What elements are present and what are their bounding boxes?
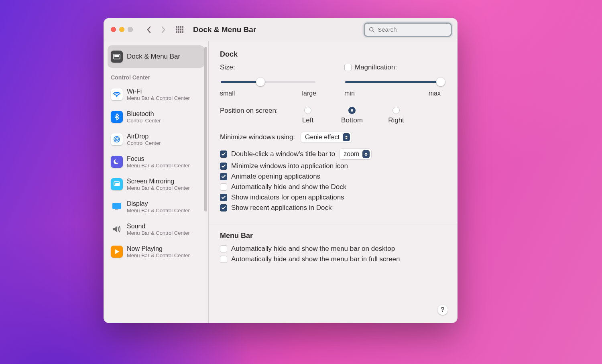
- svg-rect-3: [114, 55, 119, 57]
- search-input[interactable]: [378, 26, 447, 33]
- search-field[interactable]: [364, 22, 452, 37]
- position-radio-label: Left: [302, 116, 313, 124]
- magnification-min-label: min: [344, 90, 355, 97]
- position-radio-left[interactable]: [304, 107, 311, 114]
- search-icon: [369, 26, 374, 33]
- help-glyph: ?: [441, 306, 445, 313]
- focus-icon: [111, 156, 123, 168]
- position-radio-bottom[interactable]: [348, 107, 356, 114]
- sidebar-item-label: AirDrop: [127, 132, 161, 140]
- minimize-button[interactable]: [119, 27, 124, 32]
- sidebar-item-display[interactable]: DisplayMenu Bar & Control Center: [108, 195, 204, 218]
- position-label: Position on screen:: [220, 107, 284, 115]
- dock-option-checkbox-3[interactable]: [220, 194, 227, 201]
- mirror-icon: [111, 178, 123, 190]
- svg-rect-9: [115, 183, 119, 186]
- sidebar-item-dock-menubar[interactable]: Dock & Menu Bar: [108, 45, 204, 68]
- sidebar-section-label: Control Center: [108, 68, 204, 83]
- svg-marker-13: [115, 249, 119, 254]
- sidebar-item-label: Display: [127, 200, 190, 207]
- double-click-select[interactable]: zoom: [339, 148, 372, 160]
- menubar-option-checkbox-0[interactable]: [220, 245, 227, 252]
- updown-icon: [343, 133, 350, 141]
- sidebar-item-sublabel: Menu Bar & Control Center: [127, 230, 190, 236]
- sidebar-scrollbar[interactable]: [204, 47, 207, 211]
- dock-option-checkbox-0[interactable]: [220, 163, 227, 170]
- sidebar-item-focus[interactable]: FocusMenu Bar & Control Center: [108, 150, 204, 173]
- size-max-label: large: [302, 90, 316, 97]
- sidebar-item-bluetooth[interactable]: BluetoothControl Center: [108, 106, 204, 128]
- magnification-max-label: max: [429, 90, 441, 97]
- double-click-checkbox[interactable]: [220, 150, 227, 158]
- sidebar-item-screen-mirroring[interactable]: Screen MirroringMenu Bar & Control Cente…: [108, 173, 204, 195]
- sidebar: Dock & Menu Bar Control Center Wi-FiMenu…: [104, 41, 209, 323]
- double-click-label: Double-click a window's title bar to: [231, 150, 335, 158]
- dock-option-checkbox-2[interactable]: [220, 183, 227, 191]
- preferences-window: Dock & Menu Bar Dock & Menu Bar Control …: [104, 18, 458, 323]
- sidebar-item-label: Focus: [127, 155, 190, 163]
- sidebar-item-wi-fi[interactable]: Wi-FiMenu Bar & Control Center: [108, 83, 204, 106]
- minimize-using-value: Genie effect: [305, 134, 340, 141]
- menubar-section-title: Menu Bar: [220, 232, 446, 240]
- maximize-button: [128, 27, 133, 32]
- sidebar-item-sublabel: Menu Bar & Control Center: [127, 207, 190, 214]
- dock-option-label-2: Automatically hide and show the Dock: [231, 183, 346, 191]
- minimize-using-label: Minimize windows using:: [220, 133, 295, 141]
- sidebar-item-sublabel: Menu Bar & Control Center: [127, 95, 190, 102]
- position-radio-label: Right: [388, 116, 404, 124]
- section-divider: [209, 224, 458, 224]
- sidebar-item-label: Now Playing: [127, 245, 190, 252]
- double-click-value: zoom: [344, 150, 359, 158]
- svg-line-1: [373, 31, 374, 32]
- sidebar-item-label: Wi-Fi: [127, 87, 190, 95]
- back-button[interactable]: [143, 24, 155, 35]
- content-pane: Dock Size: small large: [209, 41, 458, 323]
- bluetooth-icon: [111, 111, 123, 123]
- forward-button[interactable]: [158, 24, 169, 35]
- magnification-checkbox[interactable]: [344, 64, 352, 71]
- dock-option-checkbox-1[interactable]: [220, 173, 227, 180]
- magnification-label: Magnification:: [355, 63, 397, 71]
- sidebar-item-label: Sound: [127, 222, 190, 230]
- sidebar-item-sublabel: Menu Bar & Control Center: [127, 252, 190, 259]
- menubar-option-label-0: Automatically hide and show the menu bar…: [231, 245, 395, 253]
- menubar-option-label-1: Automatically hide and show the menu bar…: [231, 255, 400, 263]
- dock-section-title: Dock: [220, 50, 446, 59]
- sidebar-item-sound[interactable]: SoundMenu Bar & Control Center: [108, 218, 204, 240]
- display-icon: [111, 201, 123, 213]
- minimize-using-select[interactable]: Genie effect: [301, 132, 352, 143]
- window-controls: [111, 27, 133, 32]
- sidebar-item-sublabel: Menu Bar & Control Center: [127, 163, 190, 169]
- svg-rect-12: [116, 209, 118, 209]
- sidebar-item-label: Screen Mirroring: [127, 177, 190, 185]
- svg-point-4: [116, 96, 118, 98]
- updown-icon: [362, 150, 370, 158]
- show-all-icon[interactable]: [176, 26, 183, 33]
- sidebar-item-sublabel: Control Center: [127, 118, 161, 124]
- close-button[interactable]: [111, 27, 116, 32]
- dock-option-label-4: Show recent applications in Dock: [231, 204, 332, 212]
- sound-icon: [111, 223, 123, 235]
- position-radio-label: Bottom: [341, 116, 363, 124]
- sidebar-item-label: Bluetooth: [127, 110, 161, 118]
- sidebar-item-now-playing[interactable]: Now PlayingMenu Bar & Control Center: [108, 240, 204, 263]
- size-label: Size:: [220, 63, 235, 71]
- menubar-option-checkbox-1[interactable]: [220, 256, 227, 263]
- size-min-label: small: [220, 90, 235, 97]
- sidebar-item-sublabel: Control Center: [127, 140, 161, 146]
- size-slider[interactable]: [220, 78, 316, 86]
- position-radio-right[interactable]: [393, 107, 400, 114]
- dock-option-label-3: Show indicators for open applications: [231, 193, 344, 201]
- airdrop-icon: [111, 133, 123, 145]
- titlebar: Dock & Menu Bar: [104, 18, 458, 41]
- window-title: Dock & Menu Bar: [193, 25, 256, 34]
- dock-option-label-1: Animate opening applications: [231, 173, 320, 181]
- magnification-slider[interactable]: [344, 78, 441, 86]
- svg-rect-10: [112, 203, 121, 209]
- svg-point-7: [116, 139, 118, 140]
- sidebar-item-sublabel: Menu Bar & Control Center: [127, 185, 190, 191]
- dock-option-checkbox-4[interactable]: [220, 204, 227, 211]
- play-icon: [111, 246, 123, 258]
- sidebar-item-airdrop[interactable]: AirDropControl Center: [108, 128, 204, 150]
- help-button[interactable]: ?: [437, 305, 448, 315]
